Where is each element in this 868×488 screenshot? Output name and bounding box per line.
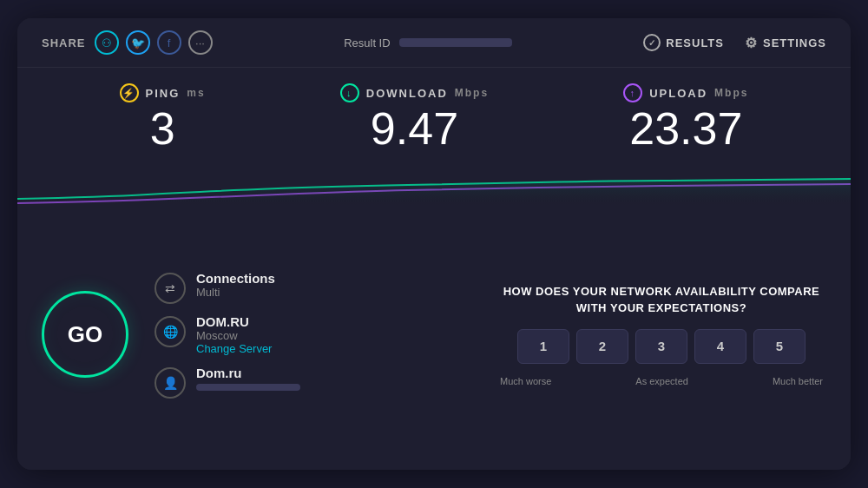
go-button[interactable]: GO (42, 291, 128, 378)
download-value: 9.47 (371, 106, 458, 151)
rating-label-as-expected: As expected (635, 376, 688, 386)
user-bar (196, 384, 300, 391)
ping-value: 3 (150, 106, 175, 151)
change-server-link[interactable]: Change Server (196, 342, 272, 355)
share-section: SHARE ⚇ 🐦 f ··· (42, 30, 213, 55)
share-icons: ⚇ 🐦 f ··· (95, 30, 213, 55)
connections-title: Connections (196, 271, 275, 286)
app-container: SHARE ⚇ 🐦 f ··· Result ID ✓ RESULTS ⚙ SE… (17, 18, 851, 470)
share-label: SHARE (42, 36, 86, 49)
upload-icon: ↑ (623, 83, 642, 102)
rating-buttons: 1 2 3 4 5 (496, 329, 826, 364)
settings-label: SETTINGS (763, 36, 826, 49)
check-icon: ✓ (643, 34, 661, 51)
globe-icon: 🌐 (155, 316, 186, 347)
connections-type: Multi (196, 286, 275, 299)
upload-label-row: ↑ UPLOAD Mbps (623, 83, 748, 102)
connections-icon: ⇄ (155, 273, 186, 304)
result-id-section: Result ID (344, 36, 511, 49)
settings-button[interactable]: ⚙ SETTINGS (745, 35, 826, 51)
share-link-button[interactable]: ⚇ (95, 30, 119, 55)
user-name: Dom.ru (196, 366, 300, 380)
rating-labels: Much worse As expected Much better (496, 376, 826, 386)
rating-question: HOW DOES YOUR NETWORK AVAILABILITY COMPA… (496, 283, 826, 317)
download-icon: ↓ (340, 83, 359, 102)
results-label: RESULTS (666, 36, 724, 49)
result-id-label: Result ID (344, 36, 390, 49)
rating-button-1[interactable]: 1 (517, 329, 569, 364)
rating-button-3[interactable]: 3 (635, 329, 687, 364)
isp-text: DOM.RU Moscow Change Server (196, 314, 272, 355)
upload-stat: ↑ UPLOAD Mbps 23.37 (623, 83, 748, 151)
upload-value: 23.37 (629, 106, 742, 151)
isp-location: Moscow (196, 329, 272, 342)
isp-row: 🌐 DOM.RU Moscow Change Server (155, 314, 300, 355)
download-stat: ↓ DOWNLOAD Mbps 9.47 (340, 83, 489, 151)
rating-button-4[interactable]: 4 (694, 329, 746, 364)
header: SHARE ⚇ 🐦 f ··· Result ID ✓ RESULTS ⚙ SE… (17, 18, 851, 68)
user-icon: 👤 (155, 367, 186, 399)
rating-label-much-worse: Much worse (500, 376, 551, 386)
share-more-button[interactable]: ··· (188, 30, 213, 55)
bottom-content: GO ⇄ Connections Multi 🌐 DOM.RU Moscow (17, 208, 851, 470)
ping-stat: ⚡ PING ms 3 (120, 83, 206, 151)
upload-unit: Mbps (714, 87, 748, 99)
stats-bar: ⚡ PING ms 3 ↓ DOWNLOAD Mbps 9.47 ↑ UPLOA… (17, 68, 851, 160)
rating-button-5[interactable]: 5 (753, 329, 806, 364)
download-label: DOWNLOAD (366, 87, 448, 100)
server-info: ⇄ Connections Multi 🌐 DOM.RU Moscow Chan… (155, 271, 300, 399)
download-label-row: ↓ DOWNLOAD Mbps (340, 83, 489, 102)
download-unit: Mbps (455, 87, 489, 99)
connections-text: Connections Multi (196, 271, 275, 299)
nav-section: ✓ RESULTS ⚙ SETTINGS (643, 34, 826, 51)
rating-panel: HOW DOES YOUR NETWORK AVAILABILITY COMPA… (496, 216, 826, 452)
ping-label: PING (146, 87, 181, 100)
ping-icon: ⚡ (120, 83, 139, 102)
rating-button-2[interactable]: 2 (576, 329, 628, 364)
rating-label-much-better: Much better (773, 376, 823, 386)
results-button[interactable]: ✓ RESULTS (643, 34, 724, 51)
gear-icon: ⚙ (745, 35, 758, 51)
speed-graph (17, 160, 851, 208)
share-twitter-button[interactable]: 🐦 (126, 30, 150, 55)
ping-label-row: ⚡ PING ms (120, 83, 206, 102)
user-row: 👤 Dom.ru (155, 366, 300, 399)
connections-row: ⇄ Connections Multi (155, 271, 300, 304)
user-text: Dom.ru (196, 366, 300, 391)
share-facebook-button[interactable]: f (157, 30, 181, 55)
upload-label: UPLOAD (649, 87, 707, 100)
result-id-bar (399, 38, 512, 47)
ping-unit: ms (187, 87, 205, 99)
left-panel: GO ⇄ Connections Multi 🌐 DOM.RU Moscow (42, 216, 479, 452)
isp-name: DOM.RU (196, 314, 272, 329)
